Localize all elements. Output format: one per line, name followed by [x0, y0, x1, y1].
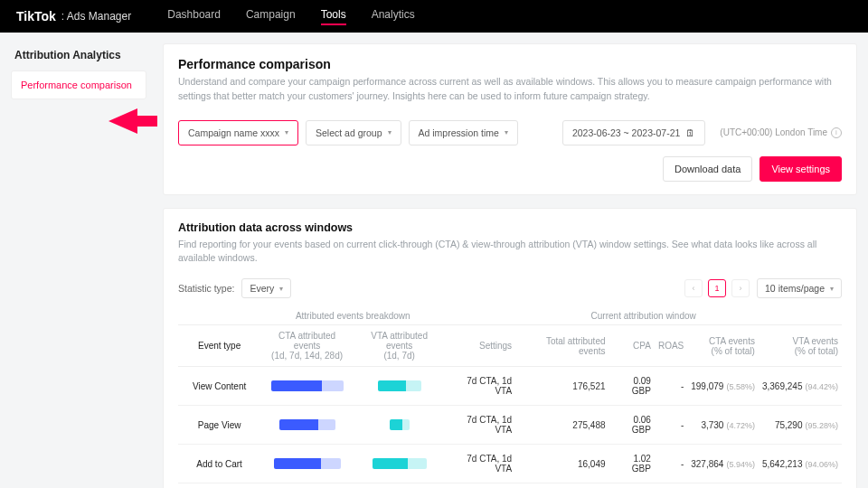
- date-range-picker[interactable]: 2023-06-23 ~ 2023-07-21 🗓: [562, 120, 705, 145]
- section1-desc: Find reporting for your events based on …: [178, 238, 842, 267]
- calendar-icon: 🗓: [685, 127, 695, 138]
- cell-total: 2,015: [515, 483, 609, 489]
- adgroup-select-label: Select ad group: [316, 127, 382, 138]
- nav-analytics[interactable]: Analytics: [372, 8, 415, 25]
- attribution-card: Attribution data across windows Find rep…: [163, 208, 857, 489]
- chevron-down-icon: ▾: [505, 128, 508, 136]
- cell-vta-events: 75,290(95.28%): [759, 406, 842, 445]
- chevron-down-icon: ▾: [279, 285, 283, 293]
- nav-campaign[interactable]: Campaign: [246, 8, 296, 25]
- view-settings-button[interactable]: View settings: [760, 156, 842, 182]
- campaign-select[interactable]: Campaign name xxxx ▾: [178, 120, 298, 145]
- col-cta-ev: CTA events (% of total): [687, 325, 759, 367]
- cell-cta-bar: [260, 367, 354, 406]
- brand-suffix: : Ads Manager: [61, 10, 131, 23]
- cell-vta-bar: [354, 445, 445, 483]
- col-vta-ev: VTA events (% of total): [759, 325, 842, 367]
- cell-cta-bar: [260, 406, 354, 445]
- table-row: Add to Cart7d CTA, 1d VTA16,0491.02 GBP-…: [178, 445, 842, 483]
- table-row: View Content7d CTA, 1d VTA176,5210.09 GB…: [178, 367, 842, 406]
- cell-cpa: 0.06 GBP: [609, 406, 655, 445]
- cell-roas: -: [655, 367, 687, 406]
- stat-type-select[interactable]: Every ▾: [241, 278, 291, 298]
- cell-cpa: 0.09 GBP: [609, 367, 655, 406]
- col-roas: ROAS: [655, 325, 687, 367]
- col-vta: VTA attributed events (1d, 7d): [354, 325, 445, 367]
- time-select-label: Ad impression time: [419, 127, 499, 138]
- cell-roas: -: [655, 445, 687, 483]
- cell-event: Page View: [178, 406, 260, 445]
- chevron-down-icon: ▾: [285, 128, 288, 136]
- pager-next[interactable]: ›: [731, 279, 750, 297]
- logo: TikTok : Ads Manager: [16, 9, 131, 23]
- cell-event: Add to Cart: [178, 445, 260, 483]
- top-nav: Dashboard Campaign Tools Analytics: [167, 8, 414, 25]
- cell-cpa: 8.15 GBP: [609, 483, 655, 489]
- attribution-table: Attributed events breakdown Current attr…: [178, 307, 842, 488]
- time-select[interactable]: Ad impression time ▾: [409, 120, 518, 145]
- cell-settings: 7d CTA, 1d VTA: [445, 406, 515, 445]
- cell-cta-bar: [260, 483, 354, 489]
- svg-marker-0: [108, 108, 157, 134]
- cell-settings: 7d CTA, 1d VTA: [445, 483, 515, 489]
- col-settings: Settings: [445, 325, 515, 367]
- timezone-label: (UTC+00:00) London Time i: [720, 127, 842, 138]
- items-per-page-select[interactable]: 10 items/page ▾: [757, 278, 842, 298]
- cell-roas: 9.11: [655, 483, 687, 489]
- section1-title: Attribution data across windows: [178, 221, 842, 234]
- cell-cpa: 1.02 GBP: [609, 445, 655, 483]
- col-event: Event type: [178, 325, 260, 367]
- cell-event: Complete Payment: [178, 483, 260, 489]
- pager: ‹ 1 ›: [684, 279, 750, 297]
- pager-prev[interactable]: ‹: [684, 279, 703, 297]
- col-cpa: CPA: [609, 325, 655, 367]
- page-title: Performance comparison: [178, 57, 842, 71]
- col-cta: CTA attributed events (1d, 7d, 14d, 28d): [260, 325, 354, 367]
- sidebar-item-performance[interactable]: Performance comparison: [11, 70, 146, 99]
- campaign-select-label: Campaign name xxxx: [188, 127, 279, 138]
- pointer-arrow-icon: [107, 103, 161, 139]
- stat-type-value: Every: [250, 283, 274, 294]
- ipp-label: 10 items/page: [765, 283, 825, 294]
- cell-settings: 7d CTA, 1d VTA: [445, 445, 515, 483]
- cell-vta-events: 5,642,213(94.06%): [759, 445, 842, 483]
- pager-current[interactable]: 1: [708, 279, 726, 297]
- cell-vta-bar: [354, 367, 445, 406]
- cell-total: 16,049: [515, 445, 609, 483]
- sidebar-title: Attribution Analytics: [11, 43, 146, 67]
- cell-vta-events: 3,369,245(94.42%): [759, 367, 842, 406]
- cell-cta-events: 327,864(5.94%): [687, 445, 759, 483]
- col-group-breakdown: Attributed events breakdown: [260, 307, 445, 325]
- cell-vta-events: 443,321(94.58%): [759, 483, 842, 489]
- timezone-text: (UTC+00:00) London Time: [720, 127, 827, 137]
- cell-settings: 7d CTA, 1d VTA: [445, 367, 515, 406]
- cell-cta-events: 25,384(5.42%): [687, 483, 759, 489]
- header-card: Performance comparison Understand and co…: [163, 43, 857, 195]
- col-group-current: Current attribution window: [445, 307, 842, 325]
- cell-total: 176,521: [515, 367, 609, 406]
- page-desc: Understand and compare your campaign per…: [178, 75, 842, 104]
- top-bar: TikTok : Ads Manager Dashboard Campaign …: [0, 0, 868, 33]
- brand-name: TikTok: [16, 9, 56, 23]
- chevron-down-icon: ▾: [388, 128, 392, 136]
- date-range-label: 2023-06-23 ~ 2023-07-21: [572, 127, 680, 138]
- adgroup-select[interactable]: Select ad group ▾: [306, 120, 401, 145]
- info-icon[interactable]: i: [831, 127, 842, 138]
- cell-cta-bar: [260, 445, 354, 483]
- chevron-down-icon: ▾: [830, 285, 834, 293]
- download-data-button[interactable]: Download data: [663, 156, 752, 182]
- cell-vta-bar: [354, 406, 445, 445]
- cell-total: 275,488: [515, 406, 609, 445]
- stat-type-label: Statistic type:: [178, 283, 234, 294]
- cell-cta-events: 199,079(5.58%): [687, 367, 759, 406]
- table-row: Page View7d CTA, 1d VTA275,4880.06 GBP-3…: [178, 406, 842, 445]
- cell-event: View Content: [178, 367, 260, 406]
- table-row: Complete Payment7d CTA, 1d VTA2,0158.15 …: [178, 483, 842, 489]
- nav-tools[interactable]: Tools: [321, 8, 346, 25]
- col-total: Total attributed events: [515, 325, 609, 367]
- cell-cta-events: 3,730(4.72%): [687, 406, 759, 445]
- nav-dashboard[interactable]: Dashboard: [167, 8, 221, 25]
- cell-vta-bar: [354, 483, 445, 489]
- cell-roas: -: [655, 406, 687, 445]
